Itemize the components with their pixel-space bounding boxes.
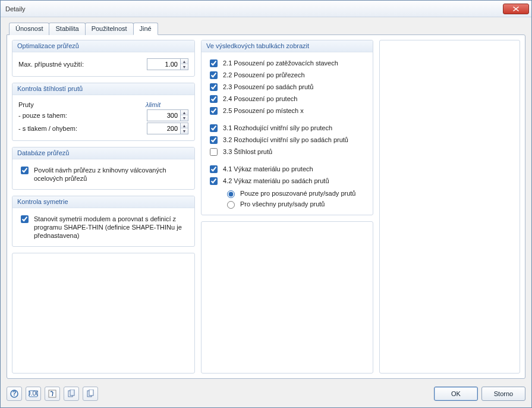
compression-limit-input[interactable] [147, 123, 180, 134]
units-button[interactable]: 0.00 [26, 387, 41, 401]
group-optimization-title: Optimalizace průřezů [12, 40, 194, 52]
svg-text:0.00: 0.00 [29, 390, 38, 397]
compression-limit-spinner[interactable]: ▲ ▼ [147, 123, 188, 134]
footer: ? 0.00 OK Storno [1, 382, 531, 407]
partial-factors-button[interactable] [45, 387, 60, 401]
tab-page-jine: Optimalizace průřezů Max. přípustné využ… [7, 34, 525, 379]
left-column: Optimalizace průřezů Max. přípustné využ… [12, 40, 195, 374]
cancel-button[interactable]: Storno [481, 387, 525, 401]
group-cs-database: Databáze průřezů Povolit návrh průřezu z… [12, 147, 195, 190]
group-result-tables: Ve výsledkových tabulkách zobrazit 2.1 P… [201, 40, 373, 215]
col-header-members: Pruty [18, 101, 146, 108]
tab-pouzitelnost[interactable]: Použitelnost [85, 23, 134, 35]
chk-2-5[interactable]: 2.5 Posouzení po místech x [207, 106, 367, 117]
tension-limit-spinner[interactable]: ▲ ▼ [147, 109, 188, 121]
compression-bending-label: - s tlakem / ohybem: [18, 125, 147, 132]
middle-column: Ve výsledkových tabulkách zobrazit 2.1 P… [201, 40, 373, 374]
group-empty-right [379, 40, 520, 374]
radio-all-members[interactable]: Pro všechny pruty/sady prutů [224, 199, 367, 209]
svg-rect-6 [70, 390, 74, 396]
chk-4-1[interactable]: 4.1 Výkaz materiálu po prutech [207, 165, 367, 175]
allow-rolled-checkbox[interactable] [21, 167, 29, 174]
help-button[interactable]: ? [7, 387, 22, 401]
tension-only-label: - pouze s tahem: [18, 112, 147, 119]
group-symmetry: Kontrola symetrie Stanovit symetrii modu… [12, 196, 195, 247]
right-column [379, 40, 520, 374]
symmetry-check[interactable]: Stanovit symetrii modulem a porovnat s d… [18, 215, 188, 240]
tab-unosnost[interactable]: Únosnost [9, 23, 49, 35]
import-icon [86, 390, 95, 398]
ok-button[interactable]: OK [434, 387, 478, 401]
window-title: Detaily [5, 5, 503, 12]
spinner-down-icon[interactable]: ▼ [181, 115, 188, 121]
spinner-up-icon[interactable]: ▲ [181, 123, 188, 128]
group-cs-database-title: Databáze průřezů [12, 147, 194, 159]
spinner-up-icon[interactable]: ▲ [181, 110, 188, 115]
chk-3-2[interactable]: 3.2 Rozhodující vnitřní síly po sadách p… [207, 136, 367, 146]
group-empty-left [12, 253, 195, 374]
group-slenderness: Kontrola štíhlostí prutů Pruty λlimit - … [12, 83, 195, 141]
allow-rolled-label: Povolit návrh průřezu z knihovny válcova… [34, 166, 188, 183]
group-empty-middle [201, 221, 373, 374]
close-icon [513, 7, 519, 11]
chk-2-1[interactable]: 2.1 Posouzení po zatěžovacích stavech [207, 59, 367, 69]
group-slenderness-title: Kontrola štíhlostí prutů [12, 83, 194, 95]
allow-rolled-check[interactable]: Povolit návrh průřezu z knihovny válcova… [18, 166, 188, 183]
symmetry-checkbox[interactable] [21, 215, 29, 223]
chk-4-2[interactable]: 4.2 Výkaz materiálu po sadách prutů [207, 177, 367, 187]
help-icon: ? [10, 390, 18, 398]
tab-stabilita[interactable]: Stabilita [49, 23, 85, 35]
svg-rect-8 [89, 390, 93, 396]
group-symmetry-title: Kontrola symetrie [12, 196, 194, 208]
chk-3-1[interactable]: 3.1 Rozhodující vnitřní síly po prutech [207, 124, 367, 134]
group-optimization: Optimalizace průřezů Max. přípustné využ… [12, 40, 195, 77]
radio-only-designed[interactable]: Pouze pro posuzované pruty/sady prutů [224, 189, 367, 198]
chk-2-3[interactable]: 2.3 Posouzení po sadách prutů [207, 83, 367, 93]
max-utilization-spinner[interactable]: ▲ ▼ [147, 58, 188, 70]
titlebar: Detaily [1, 1, 531, 17]
spinner-up-icon[interactable]: ▲ [181, 59, 188, 64]
dialog-window: Detaily Únosnost Stabilita Použitelnost … [0, 0, 532, 408]
export-icon [67, 390, 75, 398]
spinner-down-icon[interactable]: ▼ [181, 128, 188, 134]
svg-text:?: ? [12, 390, 17, 397]
chk-2-4[interactable]: 2.4 Posouzení po prutech [207, 95, 367, 105]
client-area: Únosnost Stabilita Použitelnost Jiné Opt… [1, 17, 531, 382]
export-button[interactable] [64, 387, 79, 401]
max-utilization-label: Max. přípustné využití: [18, 61, 147, 68]
max-utilization-input[interactable] [147, 58, 180, 70]
tension-limit-input[interactable] [147, 109, 180, 121]
spinner-down-icon[interactable]: ▼ [181, 64, 188, 70]
close-button[interactable] [503, 4, 529, 14]
symmetry-label: Stanovit symetrii modulem a porovnat s d… [34, 215, 188, 240]
col-header-lambda: λlimit [146, 101, 188, 108]
units-icon: 0.00 [29, 390, 38, 397]
tabstrip: Únosnost Stabilita Použitelnost Jiné [7, 22, 525, 34]
import-button[interactable] [83, 387, 98, 401]
chk-3-3[interactable]: 3.3 Štíhlost prutů [207, 147, 367, 158]
chk-2-2[interactable]: 2.2 Posouzení po průřezech [207, 71, 367, 81]
gamma-icon [48, 390, 56, 398]
group-result-tables-title: Ve výsledkových tabulkách zobrazit [202, 40, 373, 52]
tab-jine[interactable]: Jiné [133, 23, 158, 35]
